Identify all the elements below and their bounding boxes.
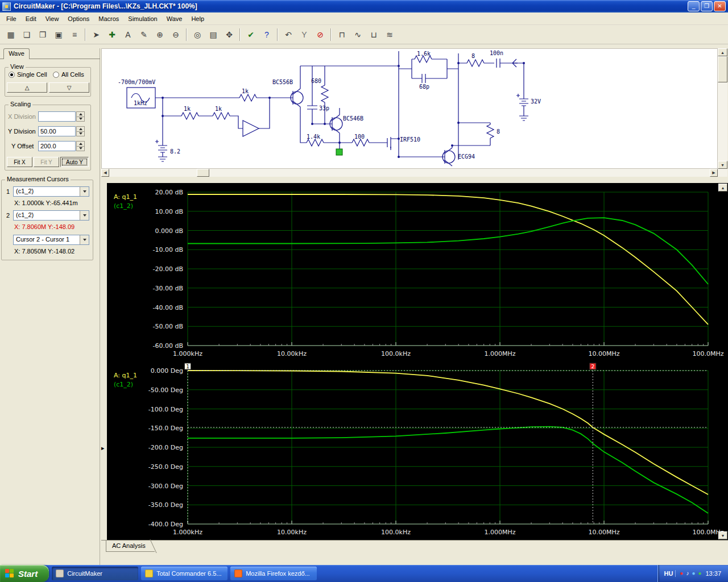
cell-down-button[interactable]: ▽ bbox=[49, 82, 89, 93]
phase-plot[interactable]: 0.000 Deg-50.00 Deg-100.0 Deg-150.0 Deg-… bbox=[114, 363, 724, 536]
new-file-button[interactable]: ❏ bbox=[19, 27, 34, 42]
battery-8v2[interactable] bbox=[155, 140, 167, 161]
single-cell-option[interactable]: Single Cell bbox=[9, 71, 47, 78]
cursor2-index: 2 bbox=[6, 212, 10, 219]
spin-up-icon[interactable] bbox=[79, 143, 82, 145]
mosfet-irf510[interactable] bbox=[387, 137, 391, 148]
edit-tool-button[interactable]: ✎ bbox=[136, 27, 151, 42]
task-circuitmaker[interactable]: CircuitMaker bbox=[52, 567, 138, 580]
opamp[interactable] bbox=[243, 120, 259, 136]
magnitude-plot[interactable]: 20.00 dB10.00 dB0.000 dB-10.00 dB-20.00 … bbox=[114, 189, 724, 357]
toolbar-separator bbox=[239, 28, 241, 41]
tab-wave[interactable]: Wave bbox=[3, 48, 30, 59]
menu-wave[interactable]: Wave bbox=[162, 14, 187, 24]
open-file-button[interactable]: ❐ bbox=[35, 27, 50, 42]
menu-simulation[interactable]: Simulation bbox=[123, 14, 162, 24]
vscroll-up-button[interactable]: ▲ bbox=[718, 48, 727, 56]
browse-report-button[interactable]: ▦ bbox=[3, 27, 18, 42]
taskbar-clock[interactable]: 13:37 bbox=[705, 570, 721, 577]
waveform-area[interactable]: 20.00 dB10.00 dB0.000 dB-10.00 dB-20.00 … bbox=[107, 183, 728, 540]
print-button[interactable]: ≡ bbox=[67, 27, 82, 42]
fit-y-button[interactable]: Fit Y bbox=[34, 157, 59, 167]
auto-y-button[interactable]: Auto Y bbox=[60, 157, 89, 167]
vscroll-thumb[interactable] bbox=[718, 56, 727, 82]
plot-splitter[interactable]: ▸ bbox=[101, 183, 107, 540]
hscroll-left-button[interactable]: ◀ bbox=[101, 169, 109, 177]
start-button[interactable]: Start bbox=[0, 565, 49, 582]
wire-tool-button[interactable]: ✚ bbox=[105, 27, 119, 42]
run-simulation-button[interactable]: ✔ bbox=[243, 27, 258, 42]
waveform-canvas[interactable]: 20.00 dB10.00 dB0.000 dB-10.00 dB-20.00 … bbox=[107, 183, 728, 540]
probe-marker[interactable] bbox=[336, 149, 342, 155]
menu-help[interactable]: Help bbox=[187, 14, 209, 24]
menu-macros[interactable]: Macros bbox=[94, 14, 123, 24]
cursor-diff-select[interactable]: Cursor 2 - Cursor 1 bbox=[13, 235, 89, 245]
schematic-canvas[interactable]: -700m/700mV 1kHz 1k 1k 1k 8.2 BC556B 680… bbox=[102, 49, 717, 168]
language-indicator[interactable]: HU bbox=[664, 570, 676, 577]
scope-display-button[interactable]: ⊔ bbox=[366, 27, 381, 42]
cursor1-source-select[interactable]: (c1_2) bbox=[13, 186, 89, 197]
close-button[interactable]: ✕ bbox=[714, 1, 726, 11]
tray-network-icon[interactable]: ● bbox=[692, 571, 695, 576]
plot-scroll-up-button[interactable]: ▲ bbox=[718, 184, 727, 192]
maximize-button[interactable]: ❐ bbox=[701, 1, 713, 11]
dropdown-arrow-icon[interactable] bbox=[80, 235, 89, 244]
y-division-input[interactable] bbox=[38, 126, 76, 136]
title-bar[interactable]: CircuitMaker - [C:\Program Files\...\KZs… bbox=[0, 0, 728, 13]
menu-file[interactable]: File bbox=[2, 14, 21, 24]
tray-volume-icon[interactable]: ♪ bbox=[686, 571, 689, 576]
menu-view[interactable]: View bbox=[41, 14, 64, 24]
y-offset-spinner[interactable] bbox=[76, 141, 85, 151]
sheet-button[interactable]: ▤ bbox=[206, 27, 221, 42]
spin-down-icon[interactable] bbox=[79, 132, 82, 135]
dropdown-arrow-icon[interactable] bbox=[80, 211, 89, 220]
label-r3: 1k bbox=[215, 106, 222, 112]
cell-up-button[interactable]: △ bbox=[7, 82, 47, 93]
x-division-spinner[interactable] bbox=[76, 111, 85, 122]
plot-scroll-down-button[interactable]: ▼ bbox=[718, 531, 727, 539]
spin-down-icon[interactable] bbox=[79, 118, 82, 120]
task-total-commander[interactable]: Total Commander 6.5... bbox=[141, 567, 228, 580]
fit-x-button[interactable]: Fit X bbox=[7, 157, 32, 167]
splitter-arrow-icon[interactable]: ▸ bbox=[101, 444, 105, 452]
help-button[interactable]: ? bbox=[259, 27, 274, 42]
cursor2-source-select[interactable]: (c1_2) bbox=[13, 210, 89, 221]
reset-button[interactable]: ↶ bbox=[281, 27, 296, 42]
waveform-display-button[interactable]: ∿ bbox=[350, 27, 365, 42]
zoom-in-button[interactable]: ⊕ bbox=[152, 27, 167, 42]
schematic-area[interactable]: -700m/700mV 1kHz 1k 1k 1k 8.2 BC556B 680… bbox=[101, 48, 718, 169]
find-part-button[interactable]: ◎ bbox=[190, 27, 205, 42]
spin-up-icon[interactable] bbox=[79, 113, 82, 115]
spin-up-icon[interactable] bbox=[79, 128, 82, 130]
toolbar-separator bbox=[277, 28, 278, 41]
tray-antivirus-icon[interactable]: ● bbox=[680, 571, 683, 576]
pan-button[interactable]: ✥ bbox=[222, 27, 237, 42]
single-cell-radio[interactable] bbox=[9, 72, 15, 78]
zoom-out-button[interactable]: ⊖ bbox=[168, 27, 183, 42]
menu-options[interactable]: Options bbox=[63, 14, 94, 24]
all-cells-radio[interactable] bbox=[53, 72, 59, 78]
text-tool-button[interactable]: A bbox=[121, 27, 135, 42]
y-offset-input[interactable] bbox=[38, 141, 76, 151]
arrow-tool-button[interactable]: ➤ bbox=[89, 27, 104, 42]
battery-32v[interactable] bbox=[516, 94, 528, 120]
tray-shield-icon[interactable]: ● bbox=[698, 571, 701, 576]
spin-down-icon[interactable] bbox=[79, 147, 82, 149]
dropdown-arrow-icon[interactable] bbox=[80, 187, 89, 196]
hscroll-right-button[interactable]: ▶ bbox=[710, 169, 718, 177]
minimize-button[interactable]: _ bbox=[688, 1, 700, 11]
digital-display-button[interactable]: ⊓ bbox=[334, 27, 349, 42]
vscroll-down-button[interactable]: ▼ bbox=[718, 161, 727, 169]
hscroll-thumb[interactable] bbox=[197, 169, 209, 177]
all-cells-option[interactable]: All Cells bbox=[53, 71, 84, 78]
probe-button[interactable]: Y bbox=[297, 27, 312, 42]
measurement-cursors-group: Measurement Cursors 1 (c1_2) X: 1.0000k … bbox=[1, 180, 93, 260]
save-file-button[interactable]: ▣ bbox=[51, 27, 66, 42]
menu-edit[interactable]: Edit bbox=[21, 14, 41, 24]
x-division-input[interactable] bbox=[38, 111, 76, 122]
tab-ac-analysis[interactable]: AC Analysis bbox=[106, 541, 155, 552]
multi-trace-button[interactable]: ≋ bbox=[382, 27, 397, 42]
y-division-spinner[interactable] bbox=[76, 126, 85, 136]
task-firefox[interactable]: Mozilla Firefox kezdő... bbox=[230, 567, 317, 580]
stop-button[interactable]: ⊘ bbox=[313, 27, 328, 42]
